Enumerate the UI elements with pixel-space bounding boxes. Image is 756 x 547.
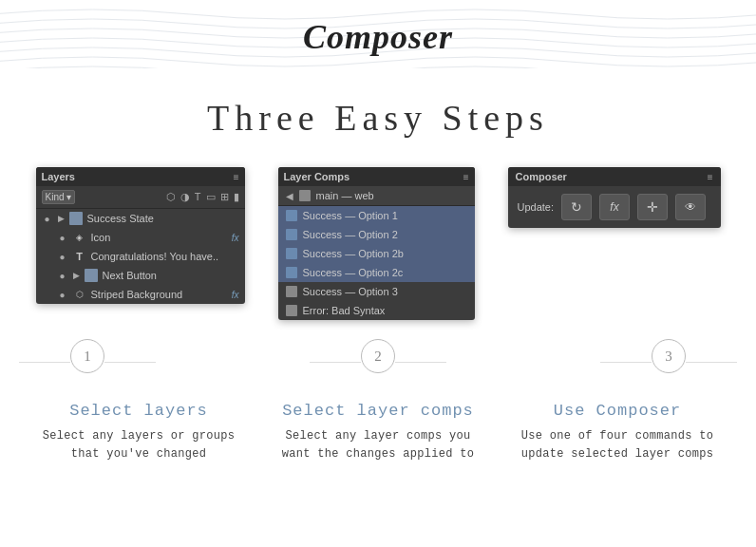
composer-panel-title: Composer (516, 171, 567, 182)
layer-thumb-icon: ◈ (73, 231, 86, 244)
step-desc-1: Select any layers or groupsthat you've c… (25, 427, 253, 463)
layers-filter-adjustment-icon[interactable]: ◑ (180, 191, 190, 203)
composer-panel-menu-icon[interactable]: ≡ (708, 172, 713, 182)
eye-icon-4[interactable]: ● (57, 271, 68, 281)
layers-filter-shape-icon[interactable]: ▭ (206, 191, 216, 203)
divider-right (686, 362, 737, 363)
comp-cam-3 (286, 286, 297, 297)
step-circle-2: 2 (361, 339, 395, 373)
comps-nav-row[interactable]: ◀ main — web (278, 186, 475, 206)
step-desc-2: Select any layer comps youwant the chang… (264, 427, 492, 463)
layer-thumb-folder-2 (85, 269, 98, 282)
divider-mid-4 (600, 362, 652, 363)
step-number-3: 3 (665, 349, 672, 365)
divider-mid-1 (104, 362, 156, 363)
comps-panel: Layer Comps ≡ ◀ main — web Success — Opt… (278, 167, 475, 320)
eye-icon-3[interactable]: ● (57, 252, 68, 262)
comps-nav-label: main — web (316, 190, 374, 201)
eye-icon-5[interactable]: ● (57, 290, 68, 300)
layers-kind-select[interactable]: Kind ▾ (42, 190, 75, 204)
group-arrow-icon-2: ▶ (73, 271, 80, 280)
layers-panel: Layers ≡ Kind ▾ ⬡ ◑ T ▭ ⊞ ▮ ● ▶ Success … (36, 167, 245, 304)
composer-panel: Composer ≡ Update: ↻ fx ✛ 👁 (508, 167, 721, 228)
page-subtitle-section: Three Easy Steps (0, 68, 756, 158)
layer-row-striped[interactable]: ● ⬡ Striped Background fx (51, 285, 245, 304)
step-desc-3: Use one of four commands toupdate select… (503, 427, 731, 463)
step-title-1: Select layers (25, 402, 253, 420)
layer-fx-icon: fx (232, 233, 239, 243)
comp-name-option3: Success — Option 3 (303, 286, 398, 297)
composer-update-label: Update: (518, 201, 555, 213)
comps-panel-header: Layer Comps ≡ (278, 167, 475, 186)
comps-panel-title: Layer Comps (284, 171, 350, 182)
layer-row-success-state[interactable]: ● ▶ Success State (36, 209, 245, 228)
step-circle-1: 1 (70, 339, 104, 373)
layer-name-success-state: Success State (87, 213, 239, 224)
layers-filter-type-icon[interactable]: T (195, 191, 201, 203)
comp-cam-2b (286, 248, 297, 259)
layer-row-next-button[interactable]: ● ▶ Next Button (51, 266, 245, 285)
layer-thumb-text: T (73, 250, 86, 263)
nav-back-icon: ◀ (286, 191, 293, 201)
comp-name-option2c: Success — Option 2c (303, 267, 404, 278)
comp-row-option2c[interactable]: Success — Option 2c (278, 263, 475, 282)
composer-visibility-button[interactable]: 👁 (675, 194, 706, 220)
layers-panel-menu-icon[interactable]: ≡ (234, 172, 239, 182)
step-circles-row: 1 2 3 (0, 339, 756, 385)
steps-info-container: Select layers Select any layers or group… (0, 385, 756, 463)
layers-panel-header: Layers ≡ (36, 167, 245, 186)
comp-cam-2c (286, 267, 297, 278)
header-section: Composer (0, 0, 756, 68)
layers-kind-chevron: ▾ (66, 192, 71, 202)
composer-panel-header: Composer ≡ (508, 167, 721, 186)
layer-row-icon[interactable]: ● ◈ Icon fx (51, 228, 245, 247)
layers-filter-pixel-icon[interactable]: ⬡ (166, 191, 176, 203)
layer-fx-icon-2: fx (232, 290, 239, 300)
page-subtitle: Three Easy Steps (0, 97, 756, 139)
comp-cam-1 (286, 210, 297, 221)
layers-filter-smart-icon[interactable]: ⊞ (220, 191, 229, 203)
comp-row-error[interactable]: Error: Bad Syntax (278, 301, 475, 320)
step-circle-3: 3 (652, 339, 686, 373)
panels-container: Layers ≡ Kind ▾ ⬡ ◑ T ▭ ⊞ ▮ ● ▶ Success … (0, 158, 756, 320)
layers-toolbar: Kind ▾ ⬡ ◑ T ▭ ⊞ ▮ (36, 186, 245, 209)
layers-filter-toggle-icon[interactable]: ▮ (234, 191, 239, 203)
divider-mid-3 (395, 362, 446, 363)
comp-name-error: Error: Bad Syntax (303, 305, 386, 316)
layers-kind-label: Kind (46, 192, 65, 202)
comp-name-option2b: Success — Option 2b (303, 248, 404, 259)
step-number-2: 2 (374, 349, 382, 365)
step-info-1: Select layers Select any layers or group… (25, 402, 253, 463)
step-info-3: Use Composer Use one of four commands to… (503, 402, 731, 463)
layer-name-icon: Icon (91, 232, 227, 243)
comp-cam-2 (286, 229, 297, 240)
step-title-3: Use Composer (503, 402, 731, 420)
comp-name-option1: Success — Option 1 (303, 210, 398, 221)
comps-panel-menu-icon[interactable]: ≡ (463, 172, 469, 182)
layer-thumb-folder (69, 212, 83, 225)
eye-icon[interactable]: ● (42, 214, 53, 224)
comp-row-option3[interactable]: Success — Option 3 (278, 282, 475, 301)
app-title: Composer (0, 17, 756, 57)
comp-row-option2b[interactable]: Success — Option 2b (278, 244, 475, 263)
composer-fx-button[interactable]: fx (599, 194, 630, 220)
layers-icon-group: ⬡ ◑ T ▭ ⊞ ▮ (166, 191, 239, 203)
eye-icon-2[interactable]: ● (57, 233, 68, 243)
layers-panel-title: Layers (42, 171, 75, 182)
group-arrow-icon: ▶ (58, 214, 65, 223)
layer-row-congrats[interactable]: ● T Congratulations! You have.. (51, 247, 245, 266)
step-number-1: 1 (84, 349, 91, 365)
comp-name-option2: Success — Option 2 (303, 229, 398, 240)
layer-name-next-button: Next Button (103, 270, 239, 281)
comp-cam-error (286, 305, 297, 316)
composer-transform-button[interactable]: ✛ (637, 194, 668, 220)
layer-name-congrats: Congratulations! You have.. (91, 251, 239, 262)
step-title-2: Select layer comps (264, 402, 492, 420)
divider-mid-2 (310, 362, 361, 363)
composer-refresh-button[interactable]: ↻ (561, 194, 592, 220)
comp-row-option1[interactable]: Success — Option 1 (278, 206, 475, 225)
divider-left (19, 362, 70, 363)
comp-row-option2[interactable]: Success — Option 2 (278, 225, 475, 244)
step-info-2: Select layer comps Select any layer comp… (264, 402, 492, 463)
comp-camera-icon (299, 190, 311, 201)
